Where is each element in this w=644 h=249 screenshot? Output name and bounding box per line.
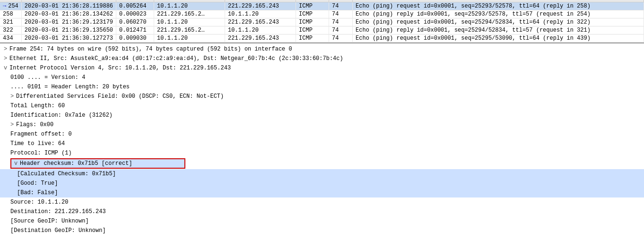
- cell-protocol: ICMP: [296, 2, 329, 10]
- detail-text: Ethernet II, Src: AsustekC_a9:ea:d4 (d0:…: [9, 55, 343, 62]
- packet-list-table: →2542020-03-01 21:36:28.1198860.00526410…: [0, 0, 644, 43]
- detail-text: [Good: True]: [17, 180, 58, 187]
- cell-destination: 221.229.165.243: [225, 18, 296, 26]
- detail-text: [Source GeoIP: Unknown]: [10, 218, 89, 224]
- packet-number: 258: [3, 11, 13, 17]
- detail-line-ip-destination-geo: [Destination GeoIP: Unknown]: [0, 226, 644, 235]
- detail-line-frame[interactable]: > Frame 254: 74 bytes on wire (592 bits)…: [0, 44, 644, 54]
- detail-line-ethernet[interactable]: > Ethernet II, Src: AsustekC_a9:ea:d4 (d…: [0, 54, 644, 63]
- detail-line-ip-protocol: Protocol: ICMP (1): [0, 148, 644, 158]
- detail-text: Identification: 0x7a1e (31262): [10, 112, 113, 119]
- cell-time: 2020-03-01 21:36:30.127273: [21, 34, 116, 43]
- toggle-icon[interactable]: v: [14, 159, 20, 168]
- cell-destination: 10.1.1.20: [225, 10, 296, 18]
- detail-line-ip-ttl: Time to live: 64: [0, 139, 644, 148]
- detail-text: Time to live: 64: [10, 140, 65, 147]
- detail-text: [Calculated Checksum: 0x71b5]: [17, 171, 116, 177]
- cell-time: 2020-03-01 21:36:29.135650: [21, 26, 116, 34]
- detail-text: [Bad: False]: [17, 189, 58, 196]
- detail-line-ip-flags[interactable]: > Flags: 0x00: [0, 120, 644, 129]
- cell-source: 221.229.165.2…: [154, 26, 225, 34]
- cell-protocol: ICMP: [296, 34, 329, 43]
- detail-line-ip-dsf[interactable]: > Differentiated Services Field: 0x00 (D…: [0, 92, 644, 101]
- table-row[interactable]: 3212020-03-01 21:36:29.1231790.06027010.…: [0, 18, 644, 26]
- detail-checksum-wrapper: v Header checksum: 0x71b5 [correct]: [0, 158, 644, 169]
- packet-number: 254: [8, 3, 18, 9]
- detail-text: Source: 10.1.1.20: [10, 199, 68, 206]
- detail-text: Total Length: 60: [10, 103, 65, 109]
- cell-length: 74: [329, 26, 353, 34]
- table-row[interactable]: 2582020-03-01 21:36:28.1342620.000023221…: [0, 10, 644, 18]
- detail-line-ip-destination: Destination: 221.229.165.243: [0, 207, 644, 216]
- cell-protocol: ICMP: [296, 26, 329, 34]
- toggle-icon[interactable]: >: [4, 54, 9, 63]
- cell-source: 221.229.165.2…: [154, 10, 225, 18]
- detail-line-ip-fragment-offset: Fragment offset: 0: [0, 129, 644, 139]
- cell-length: 74: [329, 10, 353, 18]
- detail-text: Fragment offset: 0: [10, 131, 72, 137]
- detail-text: Protocol: ICMP (1): [10, 150, 72, 156]
- toggle-icon[interactable]: >: [10, 92, 16, 101]
- cell-source: 10.1.1.20: [154, 18, 225, 26]
- detail-text: Frame 254: 74 bytes on wire (592 bits), …: [9, 46, 292, 52]
- packet-number: 321: [3, 19, 13, 26]
- cell-delta: 0.012471: [116, 26, 154, 34]
- detail-line-ip-checksum-calc: [Calculated Checksum: 0x71b5]: [0, 169, 644, 179]
- cell-delta: 0.005264: [116, 2, 154, 10]
- detail-text: .... 0101 = Header Length: 20 bytes: [10, 84, 130, 90]
- cell-no: 321: [0, 18, 21, 26]
- toggle-icon[interactable]: >: [4, 45, 9, 53]
- cell-length: 74: [329, 18, 353, 26]
- cell-time: 2020-03-01 21:36:28.119886: [21, 2, 116, 10]
- packet-number: 434: [3, 35, 13, 42]
- cell-info: Echo (ping) reply id=0x0001, seq=25294/5…: [353, 26, 644, 34]
- detail-line-ip-source-geo: [Source GeoIP: Unknown]: [0, 216, 644, 226]
- cell-protocol: ICMP: [296, 18, 329, 26]
- detail-text: Destination: 221.229.165.243: [10, 208, 106, 215]
- detail-text: Flags: 0x00: [16, 121, 53, 128]
- detail-line-ip[interactable]: v Internet Protocol Version 4, Src: 10.1…: [0, 63, 644, 73]
- cell-time: 2020-03-01 21:36:28.134262: [21, 10, 116, 18]
- cell-source: 10.1.1.20: [154, 2, 225, 10]
- cell-no: 434: [0, 34, 21, 43]
- cell-source: 10.1.1.20: [154, 34, 225, 43]
- table-row[interactable]: 4342020-03-01 21:36:30.1272730.00903010.…: [0, 34, 644, 43]
- cell-destination: 10.1.1.20: [225, 26, 296, 34]
- toggle-icon[interactable]: v: [4, 64, 9, 72]
- detail-text: 0100 .... = Version: 4: [10, 74, 85, 81]
- detail-line-ip-identification: Identification: 0x7a1e (31262): [0, 111, 644, 120]
- cell-no: →254: [0, 2, 21, 10]
- cell-delta: 0.000023: [116, 10, 154, 18]
- arrow-icon: →: [3, 3, 6, 9]
- cell-delta: 0.060270: [116, 18, 154, 26]
- cell-length: 74: [329, 2, 353, 10]
- cell-delta: 0.009030: [116, 34, 154, 43]
- detail-line-ip-header-length: .... 0101 = Header Length: 20 bytes: [0, 82, 644, 92]
- detail-line-ip-version: 0100 .... = Version: 4: [0, 73, 644, 82]
- toggle-icon[interactable]: >: [10, 120, 16, 129]
- detail-text: Internet Protocol Version 4, Src: 10.1.1…: [9, 65, 231, 71]
- detail-line-ip-checksum-bad: [Bad: False]: [0, 188, 644, 197]
- cell-no: 322: [0, 26, 21, 34]
- detail-line-ip-source: Source: 10.1.1.20: [0, 197, 644, 207]
- detail-text: [Destination GeoIP: Unknown]: [10, 227, 106, 234]
- packet-detail-panel: > Frame 254: 74 bytes on wire (592 bits)…: [0, 43, 644, 236]
- cell-destination: 221.229.165.243: [225, 2, 296, 10]
- detail-line-ip-checksum[interactable]: v Header checksum: 0x71b5 [correct]: [10, 158, 185, 169]
- table-row[interactable]: →2542020-03-01 21:36:28.1198860.00526410…: [0, 2, 644, 10]
- table-row[interactable]: 3222020-03-01 21:36:29.1356500.012471221…: [0, 26, 644, 34]
- packet-number: 322: [3, 27, 13, 34]
- cell-info: Echo (ping) request id=0x0001, seq=25295…: [353, 34, 644, 43]
- cell-info: Echo (ping) request id=0x0001, seq=25293…: [353, 2, 644, 10]
- cell-info: Echo (ping) request id=0x0001, seq=25294…: [353, 18, 644, 26]
- detail-text: Header checksum: 0x71b5 [correct]: [20, 160, 132, 167]
- cell-no: 258: [0, 10, 21, 18]
- detail-line-ip-checksum-good: [Good: True]: [0, 179, 644, 188]
- cell-time: 2020-03-01 21:36:29.123179: [21, 18, 116, 26]
- cell-destination: 221.229.165.243: [225, 34, 296, 43]
- detail-text: Differentiated Services Field: 0x00 (DSC…: [16, 93, 224, 100]
- cell-length: 74: [329, 34, 353, 43]
- cell-info: Echo (ping) reply id=0x0001, seq=25293/5…: [353, 10, 644, 18]
- cell-protocol: ICMP: [296, 10, 329, 18]
- detail-line-ip-total-length: Total Length: 60: [0, 101, 644, 111]
